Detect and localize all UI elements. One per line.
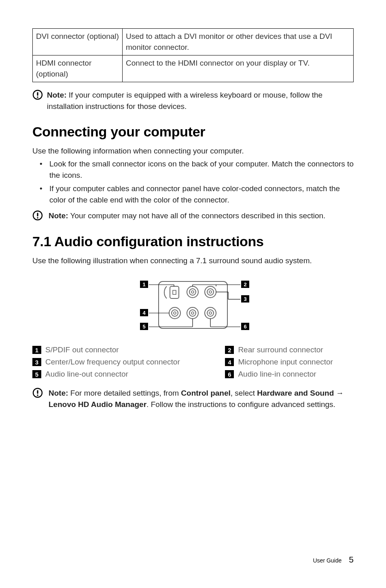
- svg-point-15: [169, 307, 180, 319]
- svg-point-16: [172, 310, 178, 316]
- svg-point-18: [187, 307, 198, 319]
- note-audio-settings: Note: For more detailed settings, from C…: [32, 388, 354, 410]
- connector-table: DVI connector (optional) Used to attach …: [32, 28, 354, 82]
- note-label: Note:: [49, 211, 68, 220]
- legend-number: 6: [225, 370, 234, 378]
- legend-item: 4 Microphone input connector: [225, 358, 354, 366]
- legend-item: 1 S/PDIF out connector: [32, 345, 225, 354]
- svg-rect-8: [173, 290, 176, 294]
- legend-number: 3: [32, 358, 41, 366]
- svg-text:6: 6: [244, 324, 246, 330]
- note-connectors: Note: Your computer may not have all of …: [32, 210, 354, 222]
- warning-icon: [32, 89, 43, 100]
- legend-label: Audio line-out connector: [45, 370, 128, 379]
- list-item: If your computer cables and connector pa…: [32, 183, 354, 205]
- svg-point-12: [205, 286, 216, 298]
- svg-text:2: 2: [244, 281, 246, 288]
- svg-point-14: [209, 291, 212, 293]
- heading-connecting: Connecting your computer: [32, 124, 354, 140]
- note-label: Note:: [47, 91, 67, 99]
- legend-item: 5 Audio line-out connector: [32, 370, 225, 379]
- legend-number: 4: [225, 358, 234, 366]
- warning-icon: [32, 210, 43, 221]
- list-item: Look for the small connector icons on th…: [32, 158, 354, 181]
- svg-point-23: [209, 312, 212, 314]
- intro-audio: Use the following illustration when conn…: [32, 255, 354, 266]
- svg-text:1: 1: [142, 281, 145, 288]
- svg-point-13: [207, 289, 214, 295]
- note-body: If your computer is equipped with a wire…: [47, 91, 322, 111]
- note-text: Note: If your computer is equipped with …: [47, 89, 354, 112]
- note-body-pre: For more detailed settings, from: [68, 389, 181, 397]
- footer-page-number: 5: [349, 555, 354, 565]
- svg-rect-7: [170, 286, 179, 298]
- heading-audio: 7.1 Audio configuration instructions: [32, 234, 354, 249]
- svg-rect-1: [37, 92, 38, 96]
- table-row: DVI connector (optional) Used to attach …: [33, 29, 354, 55]
- legend-label: Microphone input connector: [238, 358, 333, 366]
- svg-point-9: [187, 286, 198, 298]
- audio-panel-diagram: 1 4 5 2 3 6: [32, 276, 354, 337]
- svg-rect-50: [37, 390, 38, 394]
- svg-text:4: 4: [142, 310, 146, 316]
- bullet-list: Look for the small connector icons on th…: [32, 158, 354, 205]
- svg-point-17: [174, 312, 176, 314]
- note-text: Note: For more detailed settings, from C…: [47, 388, 354, 410]
- svg-point-2: [37, 97, 38, 98]
- audio-manager-name: Lenovo HD Audio Manager: [49, 400, 146, 409]
- legend-item: 2 Rear surround connector: [225, 345, 354, 354]
- legend-number: 5: [32, 370, 41, 378]
- svg-point-51: [37, 394, 38, 396]
- intro-connecting: Use the following information when conne…: [32, 145, 354, 157]
- legend-label: Audio line-in connector: [238, 370, 316, 379]
- note-text: Note: Your computer may not have all of …: [47, 210, 325, 222]
- note-body: Your computer may not have all of the co…: [68, 211, 326, 220]
- table-row: HDMI connector (optional) Connect to the…: [33, 55, 354, 82]
- note-wireless: Note: If your computer is equipped with …: [32, 89, 354, 112]
- svg-text:5: 5: [142, 324, 145, 330]
- svg-point-20: [191, 312, 194, 314]
- cell-connector-desc: Used to attach a DVI monitor or other de…: [123, 29, 354, 55]
- legend-label: Rear surround connector: [238, 345, 323, 354]
- svg-point-11: [191, 291, 194, 293]
- note-body-mid: , select: [231, 389, 257, 397]
- cell-connector-name: HDMI connector (optional): [33, 55, 123, 82]
- legend-item: 3 Center/Low frequency output connector: [32, 358, 225, 366]
- connector-legend: 1 S/PDIF out connector 2 Rear surround c…: [32, 345, 354, 379]
- arrow: →: [334, 389, 344, 397]
- svg-point-5: [37, 217, 38, 219]
- warning-icon: [32, 388, 43, 398]
- svg-rect-4: [37, 213, 38, 217]
- svg-point-10: [189, 289, 196, 295]
- legend-label: Center/Low frequency output connector: [45, 358, 180, 366]
- legend-number: 2: [225, 346, 234, 354]
- page-footer: User Guide 5: [313, 555, 354, 565]
- svg-point-19: [189, 310, 196, 316]
- svg-point-22: [207, 310, 214, 316]
- cell-connector-name: DVI connector (optional): [33, 29, 123, 55]
- control-panel-name: Control panel: [181, 389, 230, 397]
- legend-item: 6 Audio line-in connector: [225, 370, 354, 379]
- note-label: Note:: [49, 389, 68, 397]
- legend-label: S/PDIF out connector: [45, 345, 119, 354]
- cell-connector-desc: Connect to the HDMI connector on your di…: [123, 55, 354, 82]
- svg-point-21: [205, 307, 216, 319]
- footer-doc-title: User Guide: [313, 557, 342, 564]
- hardware-sound-name: Hardware and Sound: [257, 389, 334, 397]
- svg-text:3: 3: [244, 296, 246, 302]
- legend-number: 1: [32, 346, 41, 354]
- note-body-tail: . Follow the instructions to configure a…: [146, 400, 335, 409]
